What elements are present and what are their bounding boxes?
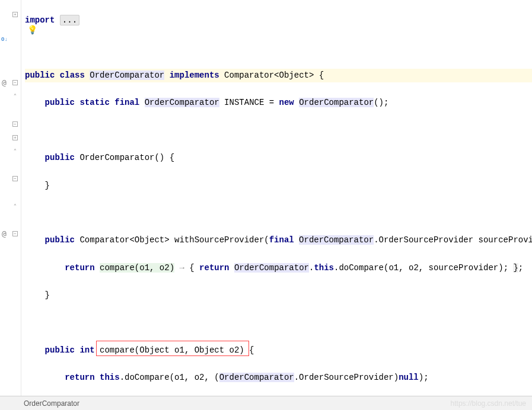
- code-text: }: [45, 290, 50, 300]
- code-text: INSTANCE =: [219, 98, 279, 107]
- code-text: .doCompare(o1, o2, sourceProvider);: [334, 263, 513, 273]
- code-line: import ...: [25, 14, 532, 27]
- keyword: import: [25, 15, 55, 25]
- code-line: return this.doCompare(o1, o2, (OrderComp…: [25, 371, 532, 385]
- editor-container: O↓ @ @ + − ⌃ − + ⌃ − ⌃ − import ... publ…: [0, 0, 532, 396]
- code-line: }: [25, 179, 532, 193]
- keyword: this: [314, 263, 334, 273]
- class-name: OrderComparator: [145, 98, 219, 107]
- override-marker-icon[interactable]: O↓: [1, 37, 9, 45]
- keyword: public: [25, 71, 55, 80]
- code-text: );: [419, 373, 429, 382]
- keyword: null: [399, 373, 419, 382]
- code-line: public OrderComparator() {: [25, 151, 532, 165]
- code-text: .OrderSourceProvider): [294, 373, 399, 382]
- keyword: return: [65, 373, 94, 382]
- code-line: public int compare(Object o1, Object o2)…: [25, 344, 532, 357]
- keyword: public: [45, 345, 75, 355]
- keyword: public: [45, 235, 75, 245]
- code-text: .doCompare(o1, o2, (: [120, 373, 219, 382]
- code-line: public class OrderComparator implements …: [25, 69, 532, 82]
- code-line: [25, 124, 532, 137]
- class-name: OrderComparator: [90, 71, 164, 80]
- class-name: OrderComparator: [299, 235, 374, 245]
- code-text: OrderComparator() {: [75, 153, 174, 162]
- code-line: [25, 316, 532, 330]
- keyword: return: [199, 263, 229, 273]
- keyword: new: [279, 98, 294, 107]
- code-text: {: [189, 263, 199, 273]
- watermark-text: https://blog.csdn.net/tue: [451, 399, 526, 408]
- code-text: ;: [518, 263, 523, 273]
- folded-imports[interactable]: ...: [60, 15, 79, 25]
- code-text: }: [45, 181, 50, 190]
- class-name: OrderComparator: [219, 373, 294, 382]
- code-text: ();: [374, 98, 388, 107]
- fold-toggle-icon[interactable]: ⌃: [12, 94, 18, 99]
- code-line: public Comparator<Object> withSourceProv…: [25, 233, 532, 247]
- keyword: this: [100, 373, 120, 382]
- fold-toggle-icon[interactable]: −: [12, 176, 18, 181]
- keyword: static: [79, 98, 109, 107]
- highlight-box: [96, 341, 249, 356]
- code-text: }: [513, 263, 518, 273]
- fold-toggle-icon[interactable]: −: [12, 80, 18, 85]
- keyword: class: [60, 71, 85, 80]
- fold-gutter: + − ⌃ − + ⌃ − ⌃ −: [11, 0, 21, 396]
- code-text: Comparator<Object> {: [224, 71, 324, 80]
- lambda-hint: compare(o1, o2): [100, 263, 174, 273]
- code-line: }: [25, 289, 532, 302]
- keyword: final: [269, 235, 294, 245]
- code-area[interactable]: import ... public class OrderComparator …: [21, 0, 532, 396]
- code-line: public static final OrderComparator INST…: [25, 96, 532, 110]
- icon-gutter: O↓ @ @: [0, 0, 11, 396]
- class-name: OrderComparator: [299, 98, 374, 107]
- annotation-icon[interactable]: @: [2, 78, 10, 87]
- annotation-icon[interactable]: @: [2, 229, 10, 238]
- code-line: [25, 206, 532, 220]
- code-line: return compare(o1, o2) → { return OrderC…: [25, 261, 532, 275]
- keyword: final: [114, 98, 139, 107]
- fold-toggle-icon[interactable]: +: [12, 135, 18, 140]
- code-text: .OrderSourceProvider sourceProvider) {: [374, 235, 532, 245]
- code-text: Comparator<Object> withSourceProvider(: [75, 235, 269, 245]
- arrow: →: [174, 263, 189, 273]
- fold-toggle-icon[interactable]: ⌃: [12, 149, 18, 154]
- keyword: implements: [170, 71, 219, 80]
- fold-toggle-icon[interactable]: −: [12, 121, 18, 127]
- keyword: public: [45, 153, 75, 162]
- fold-toggle-icon[interactable]: ⌃: [12, 204, 18, 209]
- breadcrumb-item[interactable]: OrderComparator: [24, 399, 79, 408]
- keyword: int: [79, 345, 94, 355]
- class-name: OrderComparator: [234, 263, 309, 273]
- bulb-icon[interactable]: 💡: [27, 25, 37, 35]
- keyword: return: [65, 263, 94, 273]
- fold-toggle-icon[interactable]: −: [12, 231, 18, 236]
- keyword: public: [45, 98, 75, 107]
- code-line: [25, 41, 532, 55]
- fold-toggle-icon[interactable]: +: [12, 12, 18, 17]
